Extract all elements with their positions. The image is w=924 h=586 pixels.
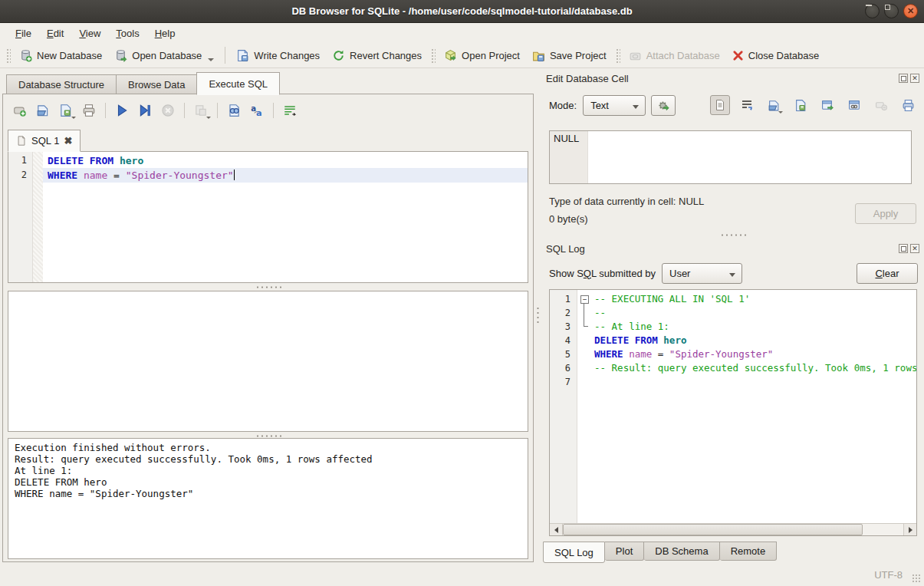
log-code-area[interactable]: -- EXECUTING ALL IN 'SQL 1'---- At line … [577, 290, 916, 523]
export-to-file-button[interactable] [791, 95, 811, 115]
code-line: WHERE name = "Spider-Youngster" [43, 168, 528, 183]
close-button[interactable]: ✕ [903, 4, 918, 18]
save-sql-dropdown-icon[interactable] [71, 117, 76, 119]
save-project-icon [532, 49, 545, 62]
toolbar-separator [273, 103, 274, 118]
toolbar-drag-handle[interactable] [615, 48, 620, 63]
docks-splitter[interactable] [549, 231, 916, 239]
editor-line-numbers: 12 [8, 152, 33, 282]
open-project-button[interactable]: Open Project [438, 46, 526, 65]
editor-fold-margin [33, 152, 43, 282]
svg-text:a: a [256, 108, 262, 117]
open-sql-file-button[interactable] [32, 100, 54, 120]
maximize-button[interactable] [884, 4, 899, 18]
set-null-icon [875, 99, 888, 112]
sql-log-view[interactable]: 1234567 -- EXECUTING ALL IN 'SQL 1'---- … [549, 289, 917, 536]
editor-code-area[interactable]: DELETE FROM heroWHERE name = "Spider-You… [43, 152, 528, 282]
toolbar-drag-handle[interactable] [430, 48, 436, 63]
message-line: At line 1: [15, 465, 521, 476]
log-filter-label: Show SQL submitted by [549, 268, 656, 279]
write-changes-button[interactable]: Write Changes [230, 46, 326, 65]
float-dock-icon[interactable] [899, 74, 908, 83]
float-dock-icon[interactable] [899, 244, 908, 253]
text-mode-button[interactable] [710, 95, 730, 115]
panes-splitter[interactable] [534, 68, 541, 564]
find-icon [227, 104, 241, 117]
sql-document-tab[interactable]: SQL 1 ✖ [8, 130, 81, 152]
format-button[interactable]: aa [246, 100, 268, 120]
log-filter-combobox[interactable]: User [662, 263, 742, 284]
menu-help[interactable]: Help [147, 25, 183, 41]
cell-value-editor[interactable]: NULL [549, 130, 912, 184]
word-wrap-cell-button[interactable] [737, 95, 757, 115]
open-database-button[interactable]: Open Database [108, 46, 220, 65]
save-sql-file-button[interactable] [55, 100, 77, 120]
execute-line-icon [138, 104, 152, 117]
menu-view[interactable]: View [71, 25, 108, 41]
close-sql-tab-icon[interactable]: ✖ [64, 135, 72, 146]
log-horizontal-scrollbar[interactable] [550, 523, 916, 535]
close-database-button[interactable]: Close Database [726, 47, 826, 64]
new-database-button[interactable]: New Database [13, 46, 108, 65]
fold-marker-icon [577, 306, 594, 320]
dock-tab-sql-log[interactable]: SQL Log [543, 542, 605, 563]
execution-messages[interactable]: Execution finished without errors.Result… [8, 438, 528, 559]
toolbar-drag-handle[interactable] [5, 48, 11, 63]
menu-file[interactable]: File [8, 25, 39, 41]
menu-tools[interactable]: Tools [108, 25, 146, 41]
line-number: 2 [550, 306, 577, 320]
scroll-right-button[interactable] [903, 524, 916, 535]
find-button[interactable] [223, 100, 245, 120]
apply-button: Apply [855, 203, 916, 224]
code-line: -- [577, 306, 916, 320]
fold-marker-icon[interactable] [577, 292, 594, 306]
print-icon [902, 99, 915, 112]
editor-results-splitter[interactable] [8, 283, 528, 291]
link-icon [848, 99, 861, 112]
sql-editor[interactable]: 12 DELETE FROM heroWHERE name = "Spider-… [8, 151, 528, 283]
import-dropdown-icon[interactable] [778, 111, 783, 114]
close-dock-icon[interactable] [910, 244, 919, 253]
dock-tab-db-schema[interactable]: DB Schema [644, 542, 719, 561]
resize-grip[interactable] [912, 574, 922, 584]
tab-execute-sql[interactable]: Execute SQL [196, 72, 280, 95]
tab-browse-data[interactable]: Browse Data [116, 74, 196, 94]
tab-database-structure[interactable]: Database Structure [6, 74, 116, 94]
open-database-dropdown-icon[interactable] [208, 58, 214, 61]
line-number: 6 [550, 361, 577, 375]
dock-tab-remote[interactable]: Remote [720, 542, 778, 561]
attach-database-icon [629, 49, 642, 62]
print-cell-button[interactable] [898, 95, 918, 115]
results-grid[interactable] [8, 291, 528, 432]
close-dock-icon[interactable] [910, 74, 919, 83]
close-icon: ✕ [904, 5, 917, 18]
open-external-button[interactable] [817, 95, 837, 115]
save-project-button[interactable]: Save Project [526, 46, 613, 65]
import-from-file-button[interactable] [764, 95, 784, 115]
fold-margin [577, 361, 594, 375]
scrollbar-thumb[interactable] [563, 524, 863, 535]
clear-log-button[interactable]: Clear [857, 263, 918, 284]
menu-edit[interactable]: Edit [39, 25, 71, 41]
open-database-icon [114, 49, 127, 62]
new-database-icon [19, 49, 32, 62]
scrollbar-track[interactable] [563, 524, 903, 535]
dock-tabbar: SQL Log Plot DB Schema Remote [543, 542, 777, 563]
arrow-right-icon [909, 527, 912, 533]
scroll-left-button[interactable] [550, 524, 563, 535]
mode-combobox[interactable]: Text [583, 95, 646, 116]
revert-changes-button[interactable]: Revert Changes [326, 46, 428, 65]
fold-margin [577, 347, 594, 361]
apply-data-button[interactable] [651, 95, 676, 116]
copy-link-button[interactable] [844, 95, 864, 115]
write-changes-icon [236, 49, 249, 62]
text-document-icon [714, 99, 726, 111]
execute-line-button[interactable] [134, 100, 156, 120]
print-button[interactable] [78, 100, 100, 120]
cell-edit-area[interactable] [588, 131, 911, 183]
dock-tab-plot[interactable]: Plot [605, 542, 644, 561]
new-sql-tab-button[interactable] [9, 100, 31, 120]
execute-all-button[interactable] [111, 100, 133, 120]
minimize-button[interactable] [865, 4, 880, 18]
word-wrap-button[interactable] [279, 100, 301, 120]
